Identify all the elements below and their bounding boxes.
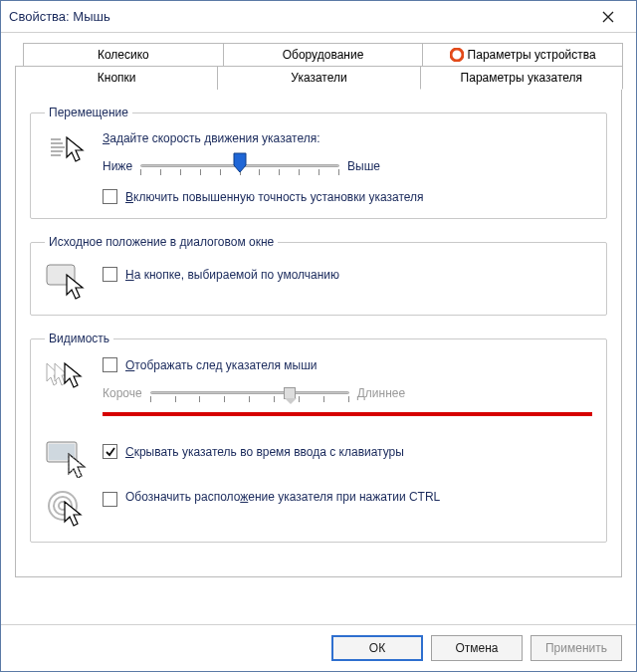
trail-track (150, 380, 349, 406)
ctrl-locate-icon (45, 488, 89, 528)
group-snap: Исходное положение в диалоговом окне Н (30, 235, 607, 316)
tab-device-settings-label: Параметры устройства (468, 48, 596, 62)
checkbox-enhance-precision-label: Включить повышенную точность установки у… (125, 190, 424, 204)
group-visibility-legend: Видимость (45, 332, 113, 345)
cancel-button-label: Отмена (455, 641, 498, 655)
speed-caption: Задайте скорость движения указателя: (103, 131, 592, 145)
tab-hardware-label: Оборудование (283, 48, 364, 62)
speed-faster-label: Выше (347, 159, 380, 173)
tab-pointers[interactable]: Указатели (217, 66, 420, 90)
highlight-underline (103, 412, 592, 416)
checkbox-hide-while-typing[interactable] (103, 444, 117, 459)
tab-pointers-label: Указатели (291, 71, 346, 85)
ok-button[interactable]: ОК (331, 635, 423, 661)
checkbox-pointer-trail-label: Отображать след указателя мыши (125, 358, 318, 372)
close-icon (602, 11, 614, 23)
tab-strip: Колесико Оборудование Параметры устройст… (15, 43, 622, 577)
checkbox-show-location-ctrl[interactable] (103, 492, 117, 507)
apply-button[interactable]: Применить (531, 635, 622, 661)
checkbox-snap-to-label: На кнопке, выбираемой по умолчанию (125, 268, 339, 282)
group-visibility: Видимость (30, 332, 607, 543)
tab-buttons-label: Кнопки (98, 71, 136, 85)
speed-slider[interactable]: Ниже Выше (103, 153, 592, 179)
checkbox-hide-while-typing-label: Скрывать указатель во время ввода с клав… (125, 445, 404, 459)
tab-panel: Перемещение (15, 89, 622, 577)
trail-icon (45, 357, 89, 397)
synaptics-icon (450, 48, 464, 62)
group-motion: Перемещение (30, 106, 607, 219)
checkbox-show-location-ctrl-label: Обозначить расположение указателя при на… (125, 490, 440, 504)
trail-longer-label: Длиннее (357, 386, 405, 400)
tab-hardware[interactable]: Оборудование (223, 43, 424, 66)
tab-device-settings[interactable]: Параметры устройства (422, 43, 623, 66)
motion-icon (45, 131, 89, 171)
close-button[interactable] (588, 3, 628, 31)
mouse-properties-window: Свойства: Мышь Колесико Оборудование Пар… (0, 0, 637, 672)
checkbox-snap-to[interactable] (103, 267, 117, 282)
tab-pointer-options[interactable]: Параметры указателя (420, 66, 623, 90)
tab-wheel-label: Колесико (98, 48, 149, 62)
cancel-button[interactable]: Отмена (431, 635, 523, 661)
trail-slider: Короче Длиннее (103, 380, 592, 406)
group-motion-legend: Перемещение (45, 106, 132, 119)
speed-thumb[interactable] (232, 151, 248, 173)
tab-buttons[interactable]: Кнопки (15, 66, 218, 90)
titlebar: Свойства: Мышь (1, 1, 636, 33)
speed-slower-label: Ниже (103, 159, 132, 173)
trail-thumb (284, 387, 296, 399)
window-title: Свойства: Мышь (9, 9, 588, 24)
group-snap-legend: Исходное положение в диалоговом окне (45, 235, 278, 249)
dialog-content: Колесико Оборудование Параметры устройст… (1, 33, 636, 624)
svg-point-0 (451, 49, 463, 61)
dialog-button-bar: ОК Отмена Применить (1, 624, 636, 671)
ok-button-label: ОК (369, 641, 385, 655)
checkbox-pointer-trail[interactable] (103, 357, 117, 372)
hide-typing-icon (45, 438, 89, 478)
trail-shorter-label: Короче (103, 386, 142, 400)
tab-pointer-options-label: Параметры указателя (461, 71, 582, 85)
tab-wheel[interactable]: Колесико (23, 43, 224, 66)
checkbox-enhance-precision[interactable] (103, 189, 117, 204)
apply-button-label: Применить (545, 641, 607, 655)
snap-icon (45, 261, 89, 301)
speed-track[interactable] (140, 153, 339, 179)
